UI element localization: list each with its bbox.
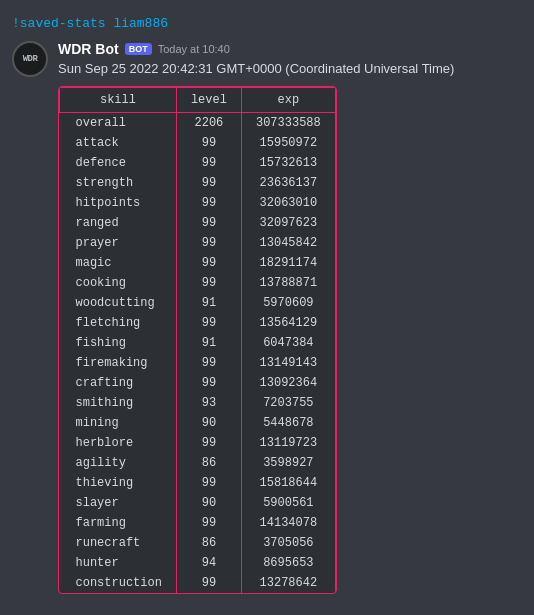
table-row: fishing916047384: [60, 333, 336, 353]
level-cell: 86: [176, 453, 241, 473]
table-row: woodcutting915970609: [60, 293, 336, 313]
timestamp: Today at 10:40: [158, 43, 230, 55]
exp-cell: 5970609: [241, 293, 335, 313]
table-row: fletching9913564129: [60, 313, 336, 333]
level-cell: 99: [176, 253, 241, 273]
level-cell: 93: [176, 393, 241, 413]
level-cell: 99: [176, 313, 241, 333]
skill-cell: prayer: [60, 233, 177, 253]
table-row: crafting9913092364: [60, 373, 336, 393]
skill-cell: hitpoints: [60, 193, 177, 213]
exp-cell: 14134078: [241, 513, 335, 533]
table-row: hunter948695653: [60, 553, 336, 573]
stats-table-wrapper: skill level exp overall2206307333588atta…: [58, 86, 337, 594]
skill-cell: runecraft: [60, 533, 177, 553]
skill-cell: farming: [60, 513, 177, 533]
level-cell: 99: [176, 573, 241, 593]
table-row: overall2206307333588: [60, 113, 336, 134]
table-row: thieving9915818644: [60, 473, 336, 493]
exp-cell: 32063010: [241, 193, 335, 213]
skill-cell: mining: [60, 413, 177, 433]
exp-cell: 7203755: [241, 393, 335, 413]
level-cell: 99: [176, 433, 241, 453]
table-row: smithing937203755: [60, 393, 336, 413]
skill-cell: herblore: [60, 433, 177, 453]
level-cell: 99: [176, 193, 241, 213]
col-header-exp: exp: [241, 88, 335, 113]
exp-cell: 13278642: [241, 573, 335, 593]
skill-cell: fishing: [60, 333, 177, 353]
date-line: Sun Sep 25 2022 20:42:31 GMT+0000 (Coord…: [58, 61, 522, 76]
skill-cell: strength: [60, 173, 177, 193]
skill-cell: smithing: [60, 393, 177, 413]
skill-cell: slayer: [60, 493, 177, 513]
message-header: WDR Bot BOT Today at 10:40: [58, 41, 522, 57]
level-cell: 94: [176, 553, 241, 573]
avatar-label: WDR: [23, 54, 38, 64]
level-cell: 91: [176, 333, 241, 353]
skill-cell: agility: [60, 453, 177, 473]
table-row: strength9923636137: [60, 173, 336, 193]
exp-cell: 18291174: [241, 253, 335, 273]
table-row: agility863598927: [60, 453, 336, 473]
col-header-level: level: [176, 88, 241, 113]
message-container: WDR WDR Bot BOT Today at 10:40 Sun Sep 2…: [12, 41, 522, 599]
exp-cell: 3598927: [241, 453, 335, 473]
exp-cell: 5900561: [241, 493, 335, 513]
col-header-skill: skill: [60, 88, 177, 113]
skill-cell: magic: [60, 253, 177, 273]
exp-cell: 15818644: [241, 473, 335, 493]
exp-cell: 15950972: [241, 133, 335, 153]
level-cell: 99: [176, 513, 241, 533]
exp-cell: 15732613: [241, 153, 335, 173]
table-row: prayer9913045842: [60, 233, 336, 253]
skill-cell: defence: [60, 153, 177, 173]
avatar: WDR: [12, 41, 48, 77]
table-row: firemaking9913149143: [60, 353, 336, 373]
level-cell: 91: [176, 293, 241, 313]
table-row: construction9913278642: [60, 573, 336, 593]
exp-cell: 23636137: [241, 173, 335, 193]
table-row: mining905448678: [60, 413, 336, 433]
exp-cell: 13119723: [241, 433, 335, 453]
table-row: hitpoints9932063010: [60, 193, 336, 213]
skill-cell: construction: [60, 573, 177, 593]
level-cell: 2206: [176, 113, 241, 134]
table-row: attack9915950972: [60, 133, 336, 153]
table-row: cooking9913788871: [60, 273, 336, 293]
bot-name: WDR Bot: [58, 41, 119, 57]
exp-cell: 13564129: [241, 313, 335, 333]
skill-cell: woodcutting: [60, 293, 177, 313]
table-row: magic9918291174: [60, 253, 336, 273]
exp-cell: 5448678: [241, 413, 335, 433]
table-row: runecraft863705056: [60, 533, 336, 553]
exp-cell: 13149143: [241, 353, 335, 373]
exp-cell: 307333588: [241, 113, 335, 134]
level-cell: 90: [176, 493, 241, 513]
level-cell: 99: [176, 473, 241, 493]
table-row: herblore9913119723: [60, 433, 336, 453]
exp-cell: 8695653: [241, 553, 335, 573]
skill-cell: thieving: [60, 473, 177, 493]
table-row: slayer905900561: [60, 493, 336, 513]
level-cell: 99: [176, 373, 241, 393]
level-cell: 99: [176, 173, 241, 193]
skill-cell: overall: [60, 113, 177, 134]
exp-cell: 13788871: [241, 273, 335, 293]
level-cell: 99: [176, 213, 241, 233]
exp-cell: 3705056: [241, 533, 335, 553]
exp-cell: 13045842: [241, 233, 335, 253]
skill-cell: ranged: [60, 213, 177, 233]
table-row: ranged9932097623: [60, 213, 336, 233]
message-body: WDR Bot BOT Today at 10:40 Sun Sep 25 20…: [58, 41, 522, 599]
exp-cell: 13092364: [241, 373, 335, 393]
command-text: !saved-stats liam886: [12, 16, 522, 31]
exp-cell: 32097623: [241, 213, 335, 233]
skill-cell: fletching: [60, 313, 177, 333]
skill-cell: firemaking: [60, 353, 177, 373]
bot-badge: BOT: [125, 43, 152, 55]
skill-cell: hunter: [60, 553, 177, 573]
table-row: farming9914134078: [60, 513, 336, 533]
skill-cell: crafting: [60, 373, 177, 393]
table-row: defence9915732613: [60, 153, 336, 173]
